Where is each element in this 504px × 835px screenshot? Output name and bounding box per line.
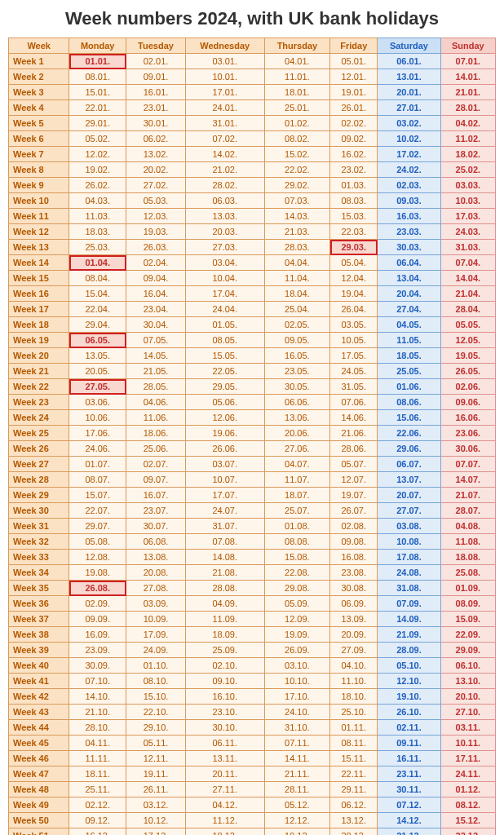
day-cell: 19.02. xyxy=(69,162,126,178)
day-cell: 21.02. xyxy=(185,162,264,178)
day-cell: 20.10. xyxy=(440,689,495,705)
day-cell: 04.04. xyxy=(264,255,330,271)
day-cell: 11.02. xyxy=(440,131,495,147)
day-cell: 07.01. xyxy=(440,54,495,69)
day-cell: 17.02. xyxy=(378,147,440,162)
day-cell: 11.05. xyxy=(378,333,440,348)
day-cell: 26.06. xyxy=(185,441,264,457)
week-row: Week 4504.11.05.11.06.11.07.11.08.11.09.… xyxy=(9,736,496,751)
day-cell: 09.08. xyxy=(330,534,378,550)
day-cell: 04.01. xyxy=(264,54,330,69)
day-cell: 06.04. xyxy=(378,255,440,271)
day-cell: 15.11. xyxy=(330,751,378,767)
day-cell: 16.09. xyxy=(69,627,126,643)
day-cell: 09.02. xyxy=(330,131,378,147)
day-cell: 02.10. xyxy=(185,658,264,674)
day-cell: 06.03. xyxy=(185,193,264,209)
day-cell: 23.02. xyxy=(330,162,378,178)
day-cell: 15.04. xyxy=(69,286,126,302)
day-cell: 05.04. xyxy=(330,255,378,271)
day-cell: 17.01. xyxy=(185,85,264,100)
day-cell: 16.01. xyxy=(126,85,186,100)
day-cell: 25.01. xyxy=(264,100,330,116)
week-number-cell: Week 48 xyxy=(9,782,69,797)
day-cell: 10.05. xyxy=(330,333,378,348)
day-cell: 29.04. xyxy=(69,317,126,333)
day-cell: 06.12. xyxy=(330,797,378,813)
day-cell: 09.06. xyxy=(440,395,495,410)
week-row: Week 2303.06.04.06.05.06.06.06.07.06.08.… xyxy=(9,395,496,410)
day-cell: 08.01. xyxy=(69,69,126,85)
day-cell: 27.01. xyxy=(378,100,440,116)
week-row: Week 605.02.06.02.07.02.08.02.09.02.10.0… xyxy=(9,131,496,147)
day-cell: 16.08. xyxy=(330,550,378,565)
day-cell: 25.06. xyxy=(126,441,186,457)
day-cell: 10.01. xyxy=(185,69,264,85)
day-cell: 20.05. xyxy=(69,364,126,379)
day-cell: 14.03. xyxy=(264,209,330,224)
week-number-cell: Week 20 xyxy=(9,348,69,364)
week-row: Week 3129.07.30.07.31.07.01.08.02.08.03.… xyxy=(9,519,496,534)
day-cell: 03.12. xyxy=(126,797,186,813)
day-cell: 03.01. xyxy=(185,54,264,69)
day-cell: 19.12. xyxy=(264,828,330,836)
day-cell: 14.04. xyxy=(440,271,495,286)
day-cell: 07.07. xyxy=(440,457,495,472)
day-cell: 01.06. xyxy=(378,379,440,395)
day-cell: 24.11. xyxy=(440,767,495,782)
day-cell: 22.10. xyxy=(126,705,186,720)
day-cell: 21.12. xyxy=(378,828,440,836)
day-cell: 18.06. xyxy=(126,426,186,441)
day-cell: 26.02. xyxy=(69,178,126,193)
week-row: Week 3709.09.10.09.11.09.12.09.13.09.14.… xyxy=(9,612,496,627)
day-cell: 05.05. xyxy=(440,317,495,333)
day-cell: 25.08. xyxy=(440,565,495,581)
week-number-cell: Week 2 xyxy=(9,69,69,85)
day-cell: 17.03. xyxy=(440,209,495,224)
week-row: Week 2410.06.11.06.12.06.13.06.14.06.15.… xyxy=(9,410,496,426)
day-cell: 18.09. xyxy=(185,627,264,643)
day-cell: 14.08. xyxy=(185,550,264,565)
day-cell: 02.02. xyxy=(330,116,378,131)
day-cell: 26.04. xyxy=(330,302,378,317)
day-cell: 01.03. xyxy=(330,178,378,193)
day-cell: 17.07. xyxy=(185,488,264,503)
day-cell: 31.05. xyxy=(330,379,378,395)
day-cell: 01.10. xyxy=(126,658,186,674)
week-row: Week 1508.04.09.04.10.04.11.04.12.04.13.… xyxy=(9,271,496,286)
day-cell: 12.02. xyxy=(69,147,126,162)
day-cell: 23.05. xyxy=(264,364,330,379)
day-cell: 10.10. xyxy=(264,674,330,689)
day-cell: 10.12. xyxy=(126,813,186,828)
week-number-cell: Week 32 xyxy=(9,534,69,550)
week-row: Week 819.02.20.02.21.02.22.02.23.02.24.0… xyxy=(9,162,496,178)
week-row: Week 3923.09.24.09.25.09.26.09.27.09.28.… xyxy=(9,643,496,658)
day-cell: 24.06. xyxy=(69,441,126,457)
day-cell: 12.08. xyxy=(69,550,126,565)
header-tuesday: Tuesday xyxy=(126,38,186,54)
holiday-cell: 06.05. xyxy=(69,333,126,348)
week-number-cell: Week 26 xyxy=(9,441,69,457)
day-cell: 21.04. xyxy=(440,286,495,302)
day-cell: 15.10. xyxy=(126,689,186,705)
week-number-cell: Week 50 xyxy=(9,813,69,828)
holiday-cell: 26.08. xyxy=(69,581,126,596)
day-cell: 21.10. xyxy=(69,705,126,720)
day-cell: 28.04. xyxy=(440,302,495,317)
day-cell: 09.04. xyxy=(126,271,186,286)
day-cell: 20.01. xyxy=(378,85,440,100)
week-row: Week 4321.10.22.10.23.10.24.10.25.10.26.… xyxy=(9,705,496,720)
day-cell: 30.06. xyxy=(440,441,495,457)
day-cell: 02.04. xyxy=(126,255,186,271)
day-cell: 23.10. xyxy=(185,705,264,720)
day-cell: 31.03. xyxy=(440,240,495,255)
day-cell: 04.12. xyxy=(185,797,264,813)
day-cell: 05.11. xyxy=(126,736,186,751)
header-monday: Monday xyxy=(69,38,126,54)
week-row: Week 4825.11.26.11.27.11.28.11.29.11.30.… xyxy=(9,782,496,797)
day-cell: 01.07. xyxy=(69,457,126,472)
day-cell: 02.08. xyxy=(330,519,378,534)
day-cell: 14.06. xyxy=(330,410,378,426)
day-cell: 14.09. xyxy=(378,612,440,627)
week-number-cell: Week 11 xyxy=(9,209,69,224)
